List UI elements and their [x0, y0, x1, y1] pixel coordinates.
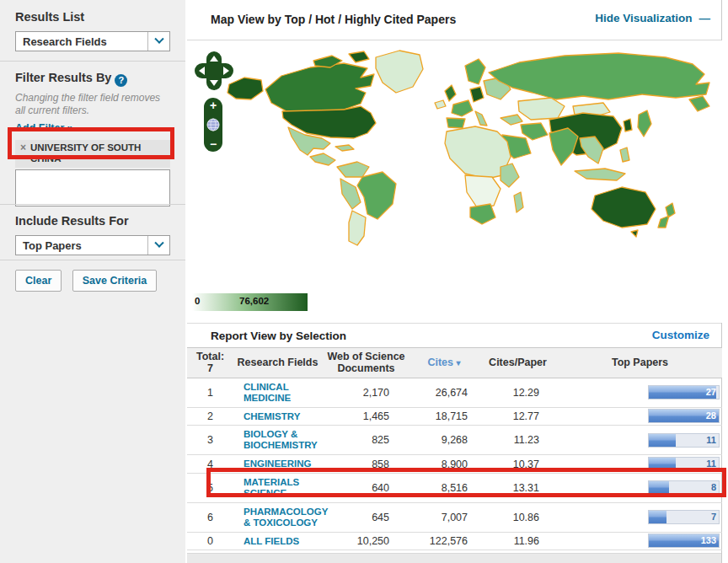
column-header-docs[interactable]: Web of Science Documents — [322, 348, 410, 378]
column-header-cites[interactable]: Cites ▾ — [410, 354, 478, 371]
customize-link[interactable]: Customize — [652, 329, 709, 341]
country-iceland — [435, 100, 446, 109]
row-cites: 8,900 — [389, 458, 468, 470]
row-cites: 9,268 — [389, 434, 468, 446]
country-france — [452, 100, 473, 116]
top-papers-bar-fill — [649, 434, 676, 447]
row-rank: 6 — [187, 512, 233, 523]
top-papers-bar: 8 — [648, 480, 720, 495]
country-italy — [475, 111, 487, 126]
research-field-link[interactable]: PHARMACOLOGY & TOXICOLOGY — [233, 503, 333, 532]
country-australia — [592, 187, 656, 228]
map-zoom-control[interactable]: + − — [204, 98, 222, 152]
scandinavia — [465, 59, 485, 84]
sidebar-divider — [0, 61, 185, 62]
row-cites-per-paper: 11.23 — [468, 434, 539, 446]
top-papers-value: 8 — [711, 482, 716, 492]
column-header-cites-per-paper[interactable]: Cites/Paper — [478, 354, 558, 371]
research-field-link[interactable]: ENGINEERING — [233, 455, 333, 473]
top-papers-value: 11 — [706, 458, 716, 469]
top-papers-bar: 11 — [648, 433, 720, 448]
add-filter-link[interactable]: Add Filter » — [15, 122, 73, 134]
row-cites-per-paper: 13.31 — [468, 482, 539, 494]
country-indonesia — [575, 169, 625, 180]
column-header-top-papers[interactable]: Top Papers — [558, 354, 722, 371]
row-docs: 858 — [343, 458, 389, 470]
research-field-link[interactable]: CHEMISTRY — [233, 408, 333, 426]
table-row[interactable]: 5 MATERIALS SCIENCE 640 8,516 13.31 8 — [187, 474, 722, 503]
east-africa — [500, 164, 519, 187]
results-list-dropdown[interactable]: Research Fields — [15, 31, 170, 51]
row-cites: 18,715 — [389, 410, 468, 422]
country-brazil — [357, 172, 396, 219]
footer-strip — [187, 553, 721, 563]
dropdown-chevron-button[interactable] — [147, 32, 169, 51]
country-madagascar — [514, 192, 523, 212]
hide-visualization-link[interactable]: Hide Visualization— — [595, 12, 709, 24]
legend-max-label: 76,602 — [239, 296, 269, 306]
row-docs: 640 — [343, 482, 389, 494]
row-cites-per-paper: 10.37 — [468, 458, 539, 470]
table-header-row: Total: 7 Research Fields Web of Science … — [187, 347, 722, 378]
country-new-zealand — [658, 203, 675, 228]
table-row[interactable]: 6 PHARMACOLOGY & TOXICOLOGY 645 7,007 10… — [187, 503, 722, 533]
filter-chip[interactable]: × UNIVERSITY OF SOUTH CHINA — [15, 140, 170, 168]
include-results-dropdown[interactable]: Top Papers — [15, 235, 170, 255]
page: Results List Research Fields Filter Resu… — [0, 0, 728, 563]
table-row[interactable]: 1 CLINICAL MEDICINE 2,170 26,674 12.29 2… — [187, 378, 722, 408]
country-kazakhstan — [518, 98, 565, 120]
zoom-out-icon[interactable]: − — [210, 138, 217, 150]
results-list-heading: Results List — [15, 10, 170, 24]
country-germany — [470, 87, 484, 102]
row-cites-per-paper: 11.96 — [468, 535, 539, 547]
main-panel: Map View by Top / Hot / Highly Cited Pap… — [187, 0, 722, 563]
row-cites: 26,674 — [389, 387, 468, 399]
country-canada — [265, 63, 374, 112]
filter-note: Changing the filter field removes all cu… — [15, 92, 170, 117]
row-cites: 122,576 — [389, 535, 468, 547]
table-row[interactable]: 2 CHEMISTRY 1,465 18,715 12.77 28 — [187, 408, 722, 426]
dropdown-chevron-button[interactable] — [147, 236, 169, 255]
filter-listbox[interactable] — [15, 169, 170, 206]
table-row[interactable]: 0 ALL FIELDS 10,250 122,576 11.96 133 — [187, 533, 722, 551]
help-icon[interactable]: ? — [115, 74, 127, 87]
row-rank: 2 — [187, 410, 233, 422]
sidebar-divider — [0, 260, 185, 260]
column-header-research-fields[interactable]: Research Fields — [233, 354, 322, 371]
report-view-title: Report View by Selection — [211, 330, 346, 342]
research-field-link[interactable]: ALL FIELDS — [233, 533, 333, 550]
row-cites-per-paper: 10.86 — [468, 512, 539, 523]
total-header: Total: 7 — [187, 348, 233, 378]
research-field-link[interactable]: MATERIALS SCIENCE — [233, 474, 333, 502]
row-rank: 4 — [187, 458, 233, 470]
row-rank: 5 — [187, 482, 233, 494]
table-body: 1 CLINICAL MEDICINE 2,170 26,674 12.29 2… — [187, 378, 722, 551]
top-papers-bar: 133 — [648, 534, 720, 548]
research-field-link[interactable]: BIOLOGY & BIOCHEMISTRY — [233, 426, 333, 454]
globe-icon[interactable] — [206, 118, 220, 131]
map-pan-control[interactable] — [194, 51, 234, 91]
save-criteria-button[interactable]: Save Criteria — [72, 270, 157, 292]
research-field-link[interactable]: CLINICAL MEDICINE — [233, 378, 333, 407]
remove-filter-icon[interactable]: × — [20, 142, 26, 153]
zoom-in-icon[interactable]: + — [210, 99, 217, 111]
arctic-island-2 — [349, 51, 369, 62]
top-papers-bar-fill — [649, 458, 676, 470]
row-rank: 0 — [187, 535, 233, 547]
row-docs: 1,465 — [343, 410, 389, 422]
clear-button[interactable]: Clear — [15, 270, 62, 292]
country-colombia — [337, 162, 369, 177]
country-japan — [638, 110, 651, 137]
row-cites: 8,516 — [389, 482, 468, 494]
sort-desc-icon: ▾ — [457, 358, 461, 367]
world-map[interactable]: + − 0 76,602 — [187, 40, 722, 323]
row-cites-per-paper: 12.29 — [468, 387, 539, 399]
table-row[interactable]: 4 ENGINEERING 858 8,900 10.37 11 — [187, 455, 722, 474]
row-docs: 645 — [343, 512, 389, 523]
include-results-heading: Include Results For — [15, 214, 170, 228]
sidebar-divider — [0, 204, 185, 205]
country-india — [549, 128, 578, 165]
top-papers-value: 7 — [711, 512, 716, 522]
russia-far-east — [689, 96, 709, 111]
table-row[interactable]: 3 BIOLOGY & BIOCHEMISTRY 825 9,268 11.23… — [187, 426, 722, 455]
